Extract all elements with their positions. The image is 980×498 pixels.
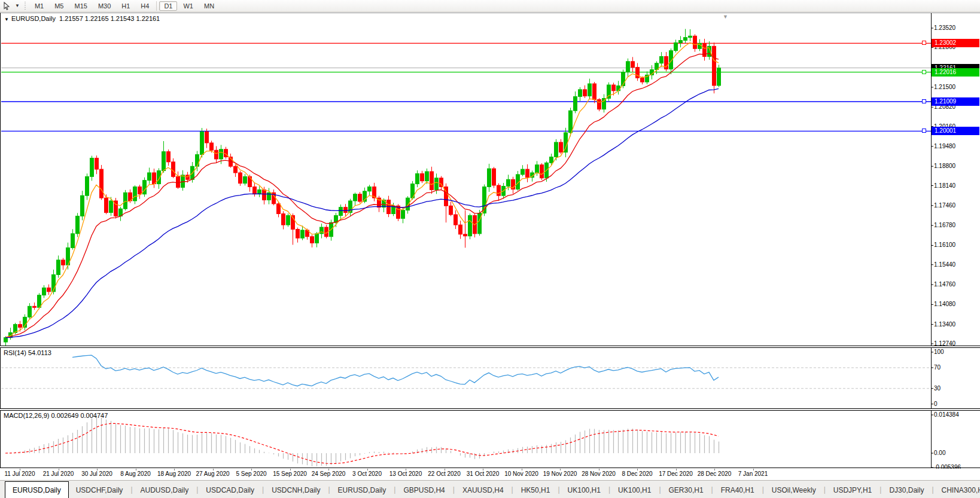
rsi-indicator-panel[interactable]: RSI(14) 54.0113 10070300 [0,347,980,409]
toolbar-grip-handle[interactable] [24,2,27,10]
time-axis-label: 17 Dec 2020 [659,470,693,477]
collapse-triangle-icon[interactable]: ▼ [4,17,9,22]
level-price-tag: 1.20001 [932,127,979,135]
candle-body [4,338,8,342]
price-axis-label: 1.21500 [934,84,955,90]
time-axis-label: 11 Jul 2020 [5,470,35,477]
candle-body [713,46,716,85]
chart-tab-usdcad-daily[interactable]: USDCAD,Daily [199,482,261,498]
price-axis-label: 1.12740 [934,340,955,347]
chart-tab-audusd-daily[interactable]: AUDUSD,Daily [133,482,196,498]
candle-body [416,173,419,184]
candle-body [287,215,290,225]
rsi-axis-label: 0 [934,401,938,407]
cursor-arrow-icon [2,2,11,10]
macd-indicator-panel[interactable]: MACD(12,26,9) 0.002649 0.004747 0.014384… [0,410,980,468]
chart-tab-usdcnh-daily[interactable]: USDCNH,Daily [264,482,327,498]
candle-body [459,225,462,234]
chart-tab-eurusd-daily[interactable]: EURUSD,Daily [5,481,69,498]
main-chart-panel[interactable]: ▼EURUSD,Daily 1.21557 1.22165 1.21543 1.… [0,13,980,346]
candle-body [598,100,601,109]
candle-body [234,166,238,173]
timeframe-button-h1[interactable]: H1 [117,1,135,11]
candle-body [468,215,472,236]
chart-tab-uk100-h1[interactable]: UK100,H1 [561,482,608,498]
chart-tab-dj30-daily[interactable]: DJ30,Daily [882,482,931,498]
candle-body [71,234,75,248]
hline-drag-handle[interactable] [922,41,926,45]
timeframe-button-w1[interactable]: W1 [178,1,198,11]
hline-drag-handle[interactable] [922,70,926,74]
candle-body [90,158,94,176]
timeframe-button-m1[interactable]: M1 [30,1,48,11]
candle-body [62,260,65,265]
candle-body [593,84,596,99]
timeframe-button-d1[interactable]: D1 [159,1,177,11]
chart-tab-gbpusd-h4[interactable]: GBPUSD,H4 [396,482,452,498]
hline-drag-handle[interactable] [922,129,926,133]
chart-tab-ger30-h1[interactable]: GER30,H1 [662,482,711,498]
timeframe-button-mn[interactable]: MN [199,1,219,11]
chart-shift-marker-icon[interactable]: ▼ [723,14,728,20]
chart-tab-uk100-h1[interactable]: UK100,H1 [611,482,658,498]
time-axis-label: 10 Nov 2020 [504,470,538,477]
chart-tab-eurusd-daily[interactable]: EURUSD,Daily [331,482,394,498]
candle-body [612,85,616,91]
price-axis-label: 1.16100 [934,242,955,248]
cursor-tool-dropdown-icon[interactable]: ▼ [13,3,22,8]
rsi-canvas [1,348,980,409]
hline-drag-handle[interactable] [922,99,926,103]
time-axis-label: 21 Jul 2020 [43,470,74,477]
candle-body [282,214,285,225]
candle-body [200,132,204,154]
timeframe-button-m30[interactable]: M30 [93,1,115,11]
candle-body [162,152,166,171]
candle-body [488,169,491,187]
candle-body [181,175,185,188]
chart-tab-usdjpy-h1[interactable]: USDJPY,H1 [826,482,879,498]
candle-body [555,142,558,157]
chart-tab-usoil-weekly[interactable]: USOil,Weekly [765,482,823,498]
time-axis-label: 31 Oct 2020 [467,470,499,477]
time-axis-label: 19 Nov 2020 [543,470,577,477]
slow-ma-line [5,88,719,337]
candle-body [210,143,214,150]
timeframe-button-m15[interactable]: M15 [69,1,92,11]
candle-body [320,227,324,234]
candle-body [109,201,113,213]
candle-body [430,172,434,190]
chart-tab-fra40-h1[interactable]: FRA40,H1 [714,482,762,498]
candle-body [579,90,582,97]
chart-title-symbol: EURUSD,Daily [11,15,56,22]
candle-body [253,187,257,194]
timeframe-button-m5[interactable]: M5 [50,1,68,11]
candle-body [196,155,199,167]
time-axis[interactable]: 11 Jul 202021 Jul 202030 Jul 20208 Aug 2… [0,469,980,479]
candle-body [19,325,22,328]
candle-body [550,157,553,163]
chart-tab-usdchf-daily[interactable]: USDCHF,Daily [69,482,130,498]
candle-body [205,132,209,143]
timeframe-button-h4[interactable]: H4 [136,1,154,11]
candle-body [311,237,314,243]
candle-body [148,173,151,181]
candle-body [95,158,99,169]
trading-terminal-window: ▼ M1M5M15M30H1H4D1W1MN ▼EURUSD,Daily 1.2… [0,0,980,498]
candle-body [425,172,429,181]
candle-body [76,216,80,233]
chart-tab-xauusd-h4[interactable]: XAUUSD,H4 [455,482,511,498]
candle-body [617,85,620,90]
candle-body [435,178,439,190]
rsi-label: RSI(14) 54.0113 [4,349,51,356]
chart-tab-hk50-h1[interactable]: HK50,H1 [514,482,558,498]
cursor-tool-icon[interactable] [0,1,13,11]
chart-tab-china300-h1[interactable]: CHINA300,H1 [935,482,980,498]
time-axis-label: 28 Dec 2020 [698,470,732,477]
price-axis-label: 1.17460 [934,202,955,209]
candle-body [167,152,171,162]
candle-body [421,173,424,181]
candle-body [124,193,127,209]
time-axis-label: 22 Oct 2020 [428,470,460,477]
candle-body [138,187,142,194]
candle-body [133,187,137,201]
